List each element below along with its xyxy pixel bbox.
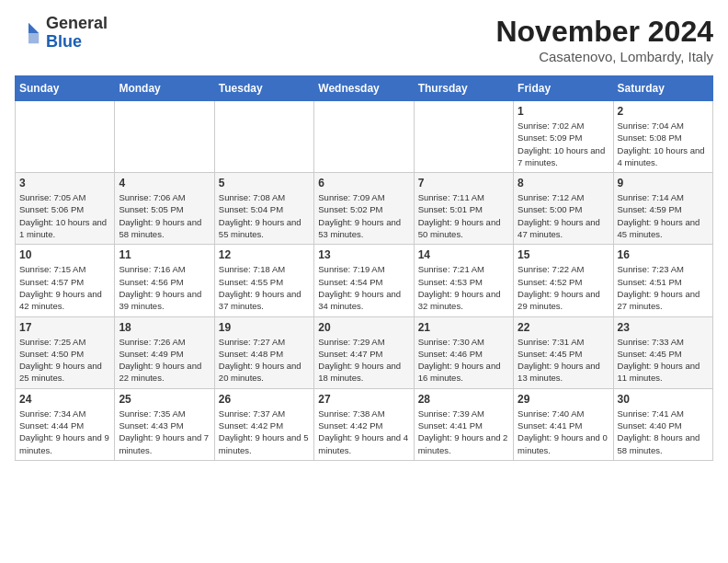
day-number: 9: [618, 177, 709, 190]
day-number: 19: [219, 321, 310, 334]
day-info: Sunrise: 7:25 AM Sunset: 4:50 PM Dayligh…: [19, 336, 110, 385]
day-info: Sunrise: 7:08 AM Sunset: 5:04 PM Dayligh…: [219, 191, 310, 240]
calendar-cell: 13Sunrise: 7:19 AM Sunset: 4:54 PM Dayli…: [314, 245, 414, 316]
day-number: 20: [318, 321, 409, 334]
day-info: Sunrise: 7:02 AM Sunset: 5:09 PM Dayligh…: [518, 120, 609, 168]
calendar-cell: 14Sunrise: 7:21 AM Sunset: 4:53 PM Dayli…: [414, 245, 513, 316]
day-number: 28: [418, 393, 509, 406]
month-title: November 2024: [495, 15, 713, 49]
day-info: Sunrise: 7:19 AM Sunset: 4:54 PM Dayligh…: [318, 263, 409, 312]
day-info: Sunrise: 7:27 AM Sunset: 4:48 PM Dayligh…: [219, 336, 310, 385]
day-info: Sunrise: 7:18 AM Sunset: 4:55 PM Dayligh…: [219, 263, 310, 312]
calendar-cell: [16, 101, 115, 173]
calendar-cell: 5Sunrise: 7:08 AM Sunset: 5:04 PM Daylig…: [214, 173, 313, 245]
day-number: 8: [518, 177, 609, 190]
day-info: Sunrise: 7:22 AM Sunset: 4:52 PM Dayligh…: [518, 263, 609, 312]
day-number: 11: [119, 248, 210, 261]
day-number: 3: [19, 177, 110, 190]
day-number: 16: [618, 248, 709, 261]
weekday-header: Saturday: [613, 76, 712, 101]
calendar-cell: 6Sunrise: 7:09 AM Sunset: 5:02 PM Daylig…: [314, 173, 414, 245]
day-number: 18: [119, 321, 210, 334]
logo-text: General Blue: [46, 15, 108, 52]
logo-icon: [15, 19, 42, 47]
calendar-cell: 12Sunrise: 7:18 AM Sunset: 4:55 PM Dayli…: [214, 245, 313, 316]
calendar-cell: 15Sunrise: 7:22 AM Sunset: 4:52 PM Dayli…: [514, 245, 613, 316]
day-number: 2: [618, 105, 709, 118]
day-info: Sunrise: 7:35 AM Sunset: 4:43 PM Dayligh…: [119, 408, 210, 456]
logo-general: General: [46, 14, 108, 32]
calendar-cell: [214, 101, 313, 173]
day-info: Sunrise: 7:15 AM Sunset: 4:57 PM Dayligh…: [19, 263, 110, 312]
calendar-cell: 11Sunrise: 7:16 AM Sunset: 4:56 PM Dayli…: [115, 245, 214, 316]
calendar-cell: 17Sunrise: 7:25 AM Sunset: 4:50 PM Dayli…: [16, 316, 115, 388]
day-info: Sunrise: 7:38 AM Sunset: 4:42 PM Dayligh…: [318, 408, 409, 456]
day-info: Sunrise: 7:40 AM Sunset: 4:41 PM Dayligh…: [518, 408, 609, 456]
day-number: 24: [19, 393, 110, 406]
day-info: Sunrise: 7:29 AM Sunset: 4:47 PM Dayligh…: [318, 336, 409, 385]
day-info: Sunrise: 7:06 AM Sunset: 5:05 PM Dayligh…: [119, 191, 210, 240]
day-number: 6: [318, 177, 409, 190]
day-info: Sunrise: 7:31 AM Sunset: 4:45 PM Dayligh…: [518, 336, 609, 385]
title-block: November 2024 Casatenovo, Lombardy, Ital…: [495, 15, 713, 64]
calendar-cell: 18Sunrise: 7:26 AM Sunset: 4:49 PM Dayli…: [115, 316, 214, 388]
day-number: 30: [618, 393, 709, 406]
calendar-cell: 7Sunrise: 7:11 AM Sunset: 5:01 PM Daylig…: [414, 173, 513, 245]
calendar-cell: [314, 101, 414, 173]
day-info: Sunrise: 7:41 AM Sunset: 4:40 PM Dayligh…: [618, 408, 709, 456]
day-number: 15: [518, 248, 609, 261]
calendar-cell: 9Sunrise: 7:14 AM Sunset: 4:59 PM Daylig…: [613, 173, 712, 245]
calendar-week-row: 1Sunrise: 7:02 AM Sunset: 5:09 PM Daylig…: [16, 101, 713, 173]
day-info: Sunrise: 7:37 AM Sunset: 4:42 PM Dayligh…: [219, 408, 310, 456]
day-number: 1: [518, 105, 609, 118]
calendar-cell: 30Sunrise: 7:41 AM Sunset: 4:40 PM Dayli…: [613, 388, 712, 460]
calendar-cell: 22Sunrise: 7:31 AM Sunset: 4:45 PM Dayli…: [514, 316, 613, 388]
weekday-header: Thursday: [414, 76, 513, 101]
day-info: Sunrise: 7:09 AM Sunset: 5:02 PM Dayligh…: [318, 191, 409, 240]
calendar-cell: 19Sunrise: 7:27 AM Sunset: 4:48 PM Dayli…: [214, 316, 313, 388]
location: Casatenovo, Lombardy, Italy: [495, 49, 713, 64]
weekday-header-row: SundayMondayTuesdayWednesdayThursdayFrid…: [16, 76, 713, 101]
calendar-cell: 8Sunrise: 7:12 AM Sunset: 5:00 PM Daylig…: [514, 173, 613, 245]
day-info: Sunrise: 7:16 AM Sunset: 4:56 PM Dayligh…: [119, 263, 210, 312]
calendar-week-row: 10Sunrise: 7:15 AM Sunset: 4:57 PM Dayli…: [16, 245, 713, 316]
calendar-cell: [414, 101, 513, 173]
calendar-cell: [115, 101, 214, 173]
day-number: 21: [418, 321, 509, 334]
weekday-header: Sunday: [16, 76, 115, 101]
day-number: 4: [119, 177, 210, 190]
weekday-header: Wednesday: [314, 76, 414, 101]
logo: General Blue: [15, 15, 108, 52]
weekday-header: Friday: [514, 76, 613, 101]
day-info: Sunrise: 7:33 AM Sunset: 4:45 PM Dayligh…: [618, 336, 709, 385]
page-header: General Blue November 2024 Casatenovo, L…: [15, 15, 713, 64]
day-info: Sunrise: 7:05 AM Sunset: 5:06 PM Dayligh…: [19, 191, 110, 240]
svg-marker-0: [28, 23, 39, 33]
day-info: Sunrise: 7:04 AM Sunset: 5:08 PM Dayligh…: [618, 120, 709, 168]
day-info: Sunrise: 7:21 AM Sunset: 4:53 PM Dayligh…: [418, 263, 509, 312]
calendar-cell: 3Sunrise: 7:05 AM Sunset: 5:06 PM Daylig…: [16, 173, 115, 245]
day-info: Sunrise: 7:23 AM Sunset: 4:51 PM Dayligh…: [618, 263, 709, 312]
calendar-cell: 21Sunrise: 7:30 AM Sunset: 4:46 PM Dayli…: [414, 316, 513, 388]
weekday-header: Monday: [115, 76, 214, 101]
day-info: Sunrise: 7:14 AM Sunset: 4:59 PM Dayligh…: [618, 191, 709, 240]
calendar-week-row: 3Sunrise: 7:05 AM Sunset: 5:06 PM Daylig…: [16, 173, 713, 245]
day-number: 17: [19, 321, 110, 334]
calendar-cell: 28Sunrise: 7:39 AM Sunset: 4:41 PM Dayli…: [414, 388, 513, 460]
calendar-cell: 2Sunrise: 7:04 AM Sunset: 5:08 PM Daylig…: [613, 101, 712, 173]
day-number: 5: [219, 177, 310, 190]
calendar-week-row: 24Sunrise: 7:34 AM Sunset: 4:44 PM Dayli…: [16, 388, 713, 460]
calendar-cell: 20Sunrise: 7:29 AM Sunset: 4:47 PM Dayli…: [314, 316, 414, 388]
day-number: 14: [418, 248, 509, 261]
calendar-cell: 4Sunrise: 7:06 AM Sunset: 5:05 PM Daylig…: [115, 173, 214, 245]
weekday-header: Tuesday: [214, 76, 313, 101]
day-number: 10: [19, 248, 110, 261]
calendar-cell: 24Sunrise: 7:34 AM Sunset: 4:44 PM Dayli…: [16, 388, 115, 460]
day-number: 23: [618, 321, 709, 334]
logo-blue: Blue: [46, 32, 82, 51]
day-number: 12: [219, 248, 310, 261]
calendar-cell: 1Sunrise: 7:02 AM Sunset: 5:09 PM Daylig…: [514, 101, 613, 173]
svg-marker-1: [28, 33, 39, 43]
calendar-cell: 23Sunrise: 7:33 AM Sunset: 4:45 PM Dayli…: [613, 316, 712, 388]
day-number: 26: [219, 393, 310, 406]
